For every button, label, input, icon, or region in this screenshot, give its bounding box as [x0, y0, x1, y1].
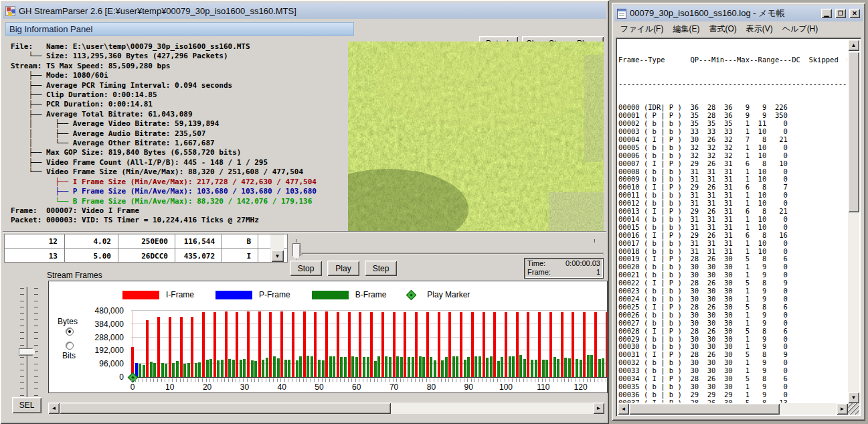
- app-icon: [5, 6, 15, 16]
- log-text: Frame--Type QP---Min---Max--Range---DC S…: [618, 40, 847, 403]
- b-frame-bar: [422, 357, 425, 377]
- stream-frames-label: Stream Frames: [47, 271, 102, 280]
- b-frame-bar: [430, 357, 432, 377]
- i-frame-bar: [538, 312, 541, 377]
- table-cell: I: [222, 249, 258, 263]
- notepad-title-bar[interactable]: 00079_30p_iso1600_ss160.log - メモ帳 ▁ ❐ ✕: [614, 5, 863, 21]
- bytes-radio[interactable]: [66, 328, 74, 336]
- legend-play-marker-icon: [406, 289, 417, 300]
- table-row[interactable]: 135.0026DCC0435,072I: [5, 249, 287, 263]
- b-frame-bar: [307, 356, 309, 377]
- divider: [3, 231, 606, 232]
- maximize-button[interactable]: ❐: [835, 9, 846, 18]
- y-tick-label: 288,000: [77, 333, 124, 342]
- menu-item[interactable]: ヘルプ(H): [778, 22, 823, 36]
- b-frame-bar: [318, 360, 321, 377]
- table-cell: 250E00: [118, 234, 175, 249]
- scroll-right-button[interactable]: ►: [593, 403, 604, 414]
- i-frame-bar: [348, 312, 351, 377]
- stop-button[interactable]: Stop: [290, 261, 322, 276]
- seek-slider[interactable]: [301, 253, 604, 255]
- y-tick-label: 0: [77, 372, 124, 382]
- slider-track[interactable]: [26, 287, 28, 398]
- b-frame-bar: [351, 356, 354, 377]
- scrollbar-thumb[interactable]: [60, 403, 391, 414]
- i-frame-bar: [169, 317, 171, 377]
- b-frame-bar: [340, 357, 343, 377]
- i-frame-bar: [415, 312, 418, 377]
- i-frame-bar: [505, 312, 507, 377]
- sel-button[interactable]: SEL: [12, 397, 41, 413]
- info-line: ├── I Frame Size (Min/Ave/Max): 217,728 …: [11, 178, 365, 187]
- hscrollbar-thumb[interactable]: [629, 403, 780, 415]
- step-button[interactable]: Step: [365, 261, 397, 276]
- packet-table-scrollbar[interactable]: ▼: [270, 234, 284, 262]
- b-frame-bar: [273, 356, 276, 377]
- menu-item[interactable]: 編集(E): [668, 22, 704, 36]
- b-frame-bar: [296, 360, 298, 377]
- table-row[interactable]: 124.02250E00116,544B: [5, 234, 287, 249]
- streamparser-title-bar[interactable]: GH StreamParser 2.6 [E:¥user¥temp¥00079_…: [3, 3, 606, 19]
- menu-item[interactable]: 表示(V): [742, 22, 778, 36]
- table-cell: 4.02: [65, 234, 118, 249]
- log-separator: ----------------------------------------…: [618, 80, 847, 88]
- i-frame-bar: [325, 311, 328, 377]
- b-frame-bar: [490, 356, 493, 377]
- b-frame-bar: [598, 359, 601, 377]
- b-frame-bar: [344, 357, 347, 377]
- play-button[interactable]: Play: [327, 261, 359, 276]
- i-frame-bar: [303, 311, 306, 377]
- scroll-down-button[interactable]: ▼: [848, 392, 859, 403]
- close-button[interactable]: ✕: [849, 9, 860, 18]
- i-frame-bar: [448, 312, 451, 377]
- notepad-vertical-scrollbar[interactable]: ▲ ▼: [848, 40, 859, 403]
- b-frame-bar: [367, 357, 369, 377]
- bits-radio[interactable]: [66, 342, 74, 350]
- log-rows: 00000 (IDR| P ) 36 28 36 9 9 226 00001 (…: [618, 104, 847, 403]
- log-text-area[interactable]: Frame--Type QP---Min---Max--Range---DC S…: [616, 38, 861, 417]
- b-frame-bar: [299, 356, 302, 377]
- b-frame-bar: [262, 360, 264, 377]
- vscrollbar-thumb[interactable]: [848, 52, 859, 212]
- b-frame-bar: [143, 365, 145, 377]
- b-frame-bar: [232, 360, 235, 377]
- b-frame-bar: [523, 359, 526, 377]
- scroll-left-button[interactable]: ◄: [618, 403, 629, 415]
- scroll-right-button[interactable]: ►: [837, 403, 848, 415]
- notepad-window: 00079_30p_iso1600_ss160.log - メモ帳 ▁ ❐ ✕ …: [612, 3, 865, 421]
- b-frame-bar: [377, 356, 380, 377]
- legend-label-i-frame: I-Frame: [166, 290, 194, 299]
- b-frame-bar: [479, 356, 481, 377]
- b-frame-bar: [587, 355, 590, 377]
- i-frame-bar: [426, 312, 429, 377]
- menu-item[interactable]: 書式(O): [704, 22, 741, 36]
- i-frame-bar: [213, 312, 216, 377]
- scroll-down-button[interactable]: ▼: [271, 250, 284, 262]
- info-line: ├── Average Total Bitrate: 61,043,089: [11, 110, 365, 119]
- main-horizontal-scrollbar[interactable]: ◄ ►: [48, 403, 604, 414]
- menu-item[interactable]: ファイル(F): [616, 22, 668, 36]
- scroll-left-button[interactable]: ◄: [48, 403, 60, 414]
- info-line: ├── PCR Duration: 0:00:14.81: [11, 100, 365, 109]
- video-preview: [348, 42, 604, 231]
- i-frame-bar: [516, 312, 519, 377]
- b-frame-bar: [408, 357, 410, 377]
- table-cell: B: [222, 234, 258, 249]
- b-frame-bar: [161, 363, 164, 377]
- gridline: [131, 310, 607, 311]
- x-tick-label: 50: [311, 382, 328, 392]
- x-tick-label: 100: [497, 382, 515, 392]
- i-frame-bar: [191, 317, 193, 377]
- minimize-button[interactable]: ▁: [821, 9, 832, 18]
- resize-grip[interactable]: [848, 403, 859, 415]
- seek-slider-thumb[interactable]: [292, 243, 300, 260]
- notepad-horizontal-scrollbar[interactable]: ◄ ►: [618, 403, 848, 415]
- packet-table[interactable]: 124.02250E00116,544B135.0026DCC0435,072I: [4, 234, 288, 263]
- vertical-zoom-slider[interactable]: [17, 285, 41, 399]
- scroll-up-button[interactable]: ▲: [848, 40, 859, 51]
- b-frame-bar: [467, 357, 470, 377]
- b-frame-bar: [464, 360, 466, 377]
- y-tick-label: 96,000: [77, 359, 124, 368]
- i-frame-bar: [225, 311, 228, 377]
- b-frame-bar: [385, 356, 387, 377]
